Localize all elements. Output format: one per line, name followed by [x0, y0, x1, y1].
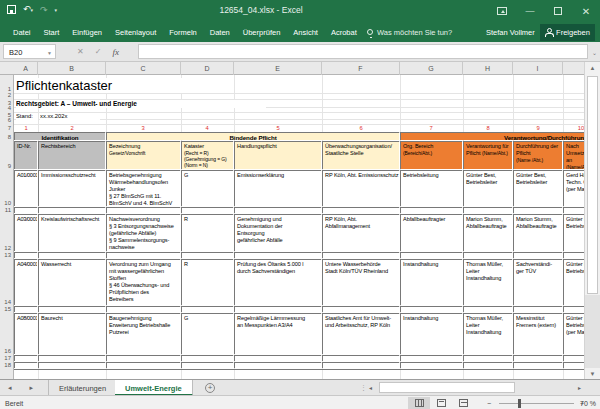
column-header-F[interactable]: F [322, 62, 400, 75]
cell-handlungspflicht[interactable]: Prüfung des Öltanks 5.000 ldurch Sachver… [234, 259, 321, 305]
row-header-17[interactable]: 17 [0, 355, 13, 361]
cell-empty[interactable] [234, 252, 321, 258]
scroll-left-icon[interactable]: ◂ [369, 384, 372, 391]
cell-rechtsbereich[interactable]: Immissionsschutzrecht [38, 170, 105, 206]
cell-empty[interactable] [181, 306, 233, 312]
column-header-C[interactable]: C [106, 62, 181, 75]
cell-kataster[interactable]: R [181, 214, 233, 251]
cell-nach-umsetzung[interactable]: Günter Best,Betriebsleiter [563, 259, 584, 305]
cell-ueberwachung[interactable]: RP Köln, Abt. Emissionsschutz [322, 170, 399, 206]
hscroll-thumb[interactable] [379, 382, 515, 393]
sheet-nav-arrows[interactable]: ◂ ▸ [8, 384, 41, 392]
cell-org-bereich[interactable]: Instandhaltung [400, 259, 462, 305]
group-header-identifikation[interactable]: Identifikation [14, 132, 105, 140]
formula-input[interactable] [138, 44, 588, 59]
cell-empty[interactable] [322, 355, 399, 361]
cell-empty[interactable] [106, 252, 180, 258]
cell-org-bereich[interactable]: Abfallbeauftragter [400, 214, 462, 251]
column-header-I[interactable]: I [513, 62, 563, 75]
zoom-out-icon[interactable]: − [487, 400, 491, 407]
cell-empty[interactable] [14, 207, 37, 213]
cell-ueberwachung[interactable]: Staatliches Amt für Umwelt-und Arbeitssc… [322, 313, 399, 354]
column-header-G[interactable]: G [400, 62, 463, 75]
row-header-9[interactable]: 9 [0, 163, 13, 169]
cell-handlungspflicht[interactable]: Emissionserklärung [234, 170, 321, 206]
cell-empty[interactable] [400, 355, 462, 361]
header-org-bereich[interactable]: Org. Bereich(Bereich/Abt.) [400, 141, 462, 169]
vscroll-thumb[interactable] [587, 76, 598, 294]
cell-empty[interactable] [106, 355, 180, 361]
cell-kataster[interactable]: G [181, 170, 233, 206]
header-kataster[interactable]: Kataster(Recht = R)(Genehmigung = G)(Nor… [181, 141, 233, 169]
cell-rechtsbereich[interactable]: Wasserrecht [38, 259, 105, 305]
cell-empty[interactable] [322, 252, 399, 258]
row-header-6[interactable]: 6 [0, 117, 13, 123]
cell-empty[interactable] [234, 362, 321, 368]
sheet-tab-erlaeuterungen[interactable]: Erläuterungen [48, 380, 117, 396]
cell-handlungspflicht[interactable]: Regelmäßige Lärmmessungan Messpunkten A3… [234, 313, 321, 354]
cell-durchfuehrung[interactable]: MessinstitutFremers (extern) [513, 313, 562, 354]
cell-verantwortung[interactable]: Günter Best,Betriebsleiter [463, 170, 512, 206]
header-nach-umsetzung[interactable]: NachUmsetzungan(Name/Abt.) [563, 141, 584, 169]
cell-empty[interactable] [463, 252, 512, 258]
cell-bezeichnung[interactable]: BetriebsgenehmigungWärmebehandlungsofenJ… [106, 170, 180, 206]
ribbon-tab-seitenlayout[interactable]: Seitenlayout [115, 28, 156, 37]
scroll-right-icon[interactable]: ▸ [578, 384, 581, 391]
cell-empty[interactable] [322, 306, 399, 312]
tell-me-box[interactable]: Was möchten Sie tun? [367, 22, 452, 42]
cell-bezeichnung[interactable]: Verordnung zum Umgangmit wassergefährlic… [106, 259, 180, 305]
cell-empty[interactable] [513, 306, 562, 312]
row-header-2[interactable]: 2 [0, 92, 13, 98]
cell-rechtsbereich[interactable]: Kreislaufwirtschaftsrecht [38, 214, 105, 251]
cell-empty[interactable] [400, 306, 462, 312]
cell-empty[interactable] [14, 362, 37, 368]
header-durchfuehrung[interactable]: Durchführung derPflicht(Name /Abt.) [513, 141, 562, 169]
cell-org-bereich[interactable]: Instandhaltung [400, 313, 462, 354]
cell-empty[interactable] [463, 355, 512, 361]
cell-verantwortung[interactable]: Thomas Müller,LeiterInstandhaltung [463, 313, 512, 354]
formula-bar-expand-icon[interactable]: ⌄ [592, 49, 597, 56]
sheet-tab-umwelt-energie[interactable]: Umwelt-Energie [115, 380, 193, 396]
user-name[interactable]: Stefan Vollmer [486, 28, 535, 37]
cell-empty[interactable] [463, 362, 512, 368]
cell-empty[interactable] [513, 252, 562, 258]
cell-empty[interactable] [234, 306, 321, 312]
row-headers[interactable]: 123456789101112131415161718 [0, 75, 14, 379]
cell-empty[interactable] [181, 207, 233, 213]
add-sheet-icon[interactable]: + [205, 383, 215, 393]
column-header-E[interactable]: E [234, 62, 322, 75]
cell-id[interactable]: A03/0001 [14, 214, 37, 251]
view-normal-button[interactable] [408, 397, 430, 409]
group-header-verantwortung[interactable]: Verantwortung/Durchführung [400, 132, 584, 140]
minimize-button[interactable]: — [516, 0, 544, 22]
cell-empty[interactable] [38, 362, 105, 368]
row-header-14[interactable]: 14 [0, 299, 13, 305]
cell-empty[interactable] [38, 355, 105, 361]
cell-verantwortung[interactable]: Thomas Müller,LeiterInstandhaltung [463, 259, 512, 305]
row-header-18[interactable]: 18 [0, 362, 13, 368]
header-ueberwachung[interactable]: Überwachungsorganisation/Staatliche Stel… [322, 141, 399, 169]
ribbon-tab-einfügen[interactable]: Einfügen [72, 28, 102, 37]
column-header-D[interactable]: D [181, 62, 234, 75]
cell-rechtsbereich[interactable]: Baurecht [38, 313, 105, 354]
ribbon-tab-formeln[interactable]: Formeln [169, 28, 197, 37]
header-bezeichnung[interactable]: BezeichnungGesetz/Vorschrift [106, 141, 180, 169]
enter-icon[interactable]: ✓ [95, 47, 102, 56]
ribbon-tab-datei[interactable]: Datei [13, 28, 31, 37]
header-handlungspflicht[interactable]: Handlungspflicht [234, 141, 321, 169]
cell-nach-umsetzung[interactable]: Günter Best,Betriebsleiter(per Mail) [563, 313, 584, 354]
view-page-layout-button[interactable] [430, 397, 452, 409]
row-header-10[interactable]: 10 [0, 200, 13, 206]
zoom-slider-knob[interactable] [518, 399, 521, 408]
cell-empty[interactable] [181, 355, 233, 361]
ribbon-display-options-icon[interactable] [488, 0, 516, 22]
ribbon-tab-acrobat[interactable]: Acrobat [331, 28, 357, 37]
zoom-level[interactable]: 70 % [580, 400, 596, 407]
column-headers[interactable]: ABCDEFGHI [0, 62, 584, 75]
column-header-H[interactable]: H [463, 62, 513, 75]
row-header-7[interactable]: 7 [0, 125, 13, 131]
cell-empty[interactable] [181, 252, 233, 258]
cell-empty[interactable] [563, 306, 584, 312]
cell-empty[interactable] [38, 207, 105, 213]
cell-empty[interactable] [14, 306, 37, 312]
